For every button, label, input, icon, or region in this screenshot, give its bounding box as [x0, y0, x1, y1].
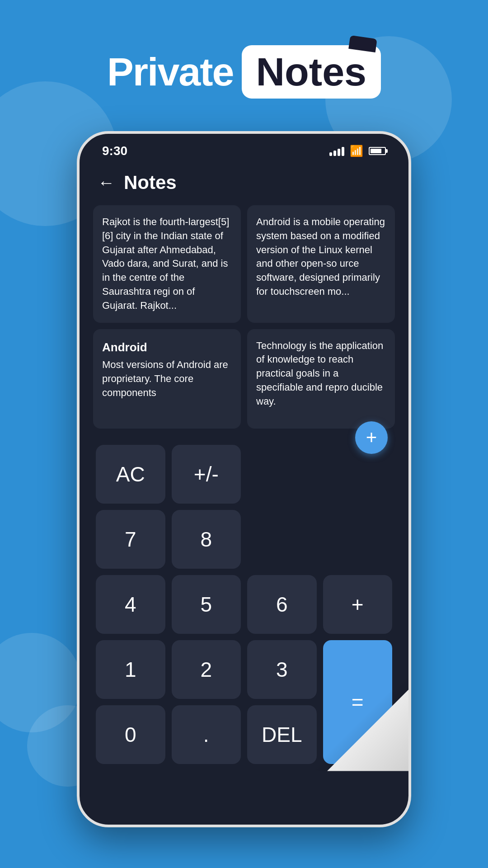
calc-key-ac[interactable]: AC — [96, 445, 165, 504]
calc-key-4[interactable]: 4 — [96, 575, 165, 634]
battery-icon — [369, 147, 386, 155]
calc-key-equals[interactable]: = — [323, 640, 393, 764]
calc-key-0[interactable]: 0 — [96, 705, 165, 764]
calc-key-plus[interactable]: + — [323, 575, 393, 634]
note-title-3: Android — [102, 339, 232, 355]
app-header: ← Notes — [80, 163, 408, 201]
title-private: Private — [107, 49, 234, 95]
signal-icon — [329, 146, 344, 156]
calc-key-5[interactable]: 5 — [172, 575, 241, 634]
title-area: Private Notes — [0, 45, 488, 99]
calc-key-del[interactable]: DEL — [247, 705, 317, 764]
notes-grid: Rajkot is the fourth-largest[5][6] city … — [80, 201, 408, 438]
back-button[interactable]: ← — [98, 173, 115, 193]
calculator-panel: + AC +/- 7 8 4 — [80, 438, 408, 771]
calc-key-8[interactable]: 8 — [172, 510, 241, 569]
calc-key-plusminus[interactable]: +/- — [172, 445, 241, 504]
app-title: Notes — [124, 172, 177, 193]
status-icons: 📶 — [329, 145, 386, 157]
wifi-icon: 📶 — [350, 145, 363, 157]
note-content-2: Android is a mobile operating system bas… — [256, 216, 385, 297]
status-time: 9:30 — [102, 144, 127, 158]
calc-key-dot[interactable]: . — [172, 705, 241, 764]
note-content-3: Most versions of Android are proprietary… — [102, 359, 228, 398]
status-bar: 9:30 📶 — [80, 134, 408, 163]
note-card-3[interactable]: Android Most versions of Android are pro… — [93, 329, 241, 429]
calc-key-7[interactable]: 7 — [96, 510, 165, 569]
calc-grid: AC +/- 7 8 4 5 6 — [89, 438, 399, 771]
calc-key-6[interactable]: 6 — [247, 575, 317, 634]
note-content-1: Rajkot is the fourth-largest[5][6] city … — [102, 216, 229, 311]
calc-key-1[interactable]: 1 — [96, 640, 165, 699]
calc-key-2[interactable]: 2 — [172, 640, 241, 699]
note-card-1[interactable]: Rajkot is the fourth-largest[5][6] city … — [93, 205, 241, 323]
note-content-4: Technology is the application of knowled… — [256, 340, 383, 407]
fab-add-button[interactable]: + — [355, 421, 388, 454]
title-notes-box: Notes — [242, 45, 381, 99]
title-notes: Notes — [256, 49, 367, 94]
phone-mockup: 9:30 📶 ← Notes Rajkot is the fourth-larg… — [77, 131, 411, 827]
calc-key-3[interactable]: 3 — [247, 640, 317, 699]
note-card-4[interactable]: Technology is the application of knowled… — [247, 329, 395, 429]
fab-plus-icon: + — [366, 427, 377, 448]
note-card-2[interactable]: Android is a mobile operating system bas… — [247, 205, 395, 323]
